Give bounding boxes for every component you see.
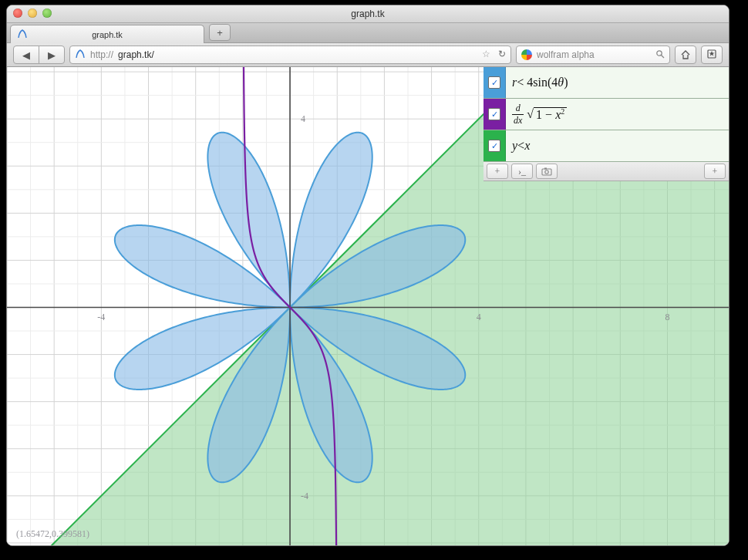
window-close-button[interactable] (13, 8, 22, 18)
add-panel-button[interactable]: + (704, 164, 726, 179)
console-button[interactable]: ›_ (511, 164, 533, 179)
equation-row[interactable]: ✓ddx√1 − x2 (484, 99, 729, 130)
search-bar[interactable]: wolfram alpha (516, 46, 670, 64)
cursor-coordinates: (1.65472,0.399581) (16, 528, 89, 540)
equation-expression[interactable]: r < 4sin(4θ) (506, 67, 729, 98)
svg-text:-4: -4 (301, 491, 308, 501)
svg-text:4: 4 (477, 312, 481, 322)
window-title: graph.tk (351, 8, 384, 19)
window-minimize-button[interactable] (28, 8, 37, 18)
svg-rect-65 (544, 168, 547, 170)
url-bar[interactable]: http:// graph.tk/ ☆ ↻ (69, 46, 511, 64)
search-placeholder: wolfram alpha (537, 49, 595, 60)
url-favicon-icon (75, 49, 86, 62)
equation-visibility-checkbox[interactable]: ✓ (488, 140, 500, 152)
nav-back-button[interactable]: ◀ (13, 46, 39, 64)
graph-canvas-area[interactable]: -448-44 (1.65472,0.399581) ✓r < 4sin(4θ)… (7, 67, 729, 546)
browser-tab-active[interactable]: graph.tk (10, 25, 204, 43)
equation-visibility-checkbox[interactable]: ✓ (488, 108, 500, 120)
screenshot-button[interactable] (536, 164, 558, 179)
svg-text:-4: -4 (97, 312, 105, 322)
add-equation-button[interactable]: + (487, 164, 508, 179)
svg-rect-63 (542, 169, 551, 175)
url-host: graph.tk/ (118, 49, 154, 60)
reload-icon[interactable]: ↻ (498, 49, 506, 59)
camera-icon (541, 167, 552, 176)
search-icon[interactable] (655, 49, 665, 61)
equation-color-swatch[interactable]: ✓ (484, 130, 506, 161)
url-scheme: http:// (90, 49, 113, 60)
equation-color-swatch[interactable]: ✓ (484, 99, 506, 130)
svg-point-64 (545, 170, 548, 174)
equation-row[interactable]: ✓y < x (484, 130, 729, 162)
nav-forward-button[interactable]: ▶ (39, 46, 65, 64)
svg-line-1 (662, 55, 665, 58)
browser-toolbar: ◀ ▶ http:// graph.tk/ ☆ ↻ wolfram alpha (7, 43, 729, 67)
equation-panel: ✓r < 4sin(4θ)✓ddx√1 − x2✓y < x + ›_ + (484, 67, 729, 181)
tab-title: graph.tk (92, 30, 123, 39)
window-zoom-button[interactable] (42, 8, 52, 18)
new-tab-button[interactable]: + (209, 24, 231, 41)
equation-row[interactable]: ✓r < 4sin(4θ) (484, 67, 729, 99)
svg-text:8: 8 (665, 312, 669, 322)
bookmarks-button[interactable] (701, 46, 723, 64)
svg-text:4: 4 (301, 113, 305, 124)
svg-point-0 (657, 50, 662, 55)
equation-color-swatch[interactable]: ✓ (484, 67, 506, 98)
browser-tab-bar: graph.tk + (7, 23, 729, 43)
window-titlebar: graph.tk (7, 5, 729, 23)
search-engine-icon (521, 49, 532, 60)
equation-visibility-checkbox[interactable]: ✓ (488, 76, 500, 89)
bookmark-star-icon[interactable]: ☆ (482, 49, 490, 59)
home-button[interactable] (675, 46, 696, 64)
equation-expression[interactable]: ddx√1 − x2 (506, 99, 729, 130)
equation-expression[interactable]: y < x (506, 130, 729, 161)
tab-favicon-icon (17, 29, 28, 42)
equation-panel-toolbar: + ›_ + (484, 162, 729, 181)
